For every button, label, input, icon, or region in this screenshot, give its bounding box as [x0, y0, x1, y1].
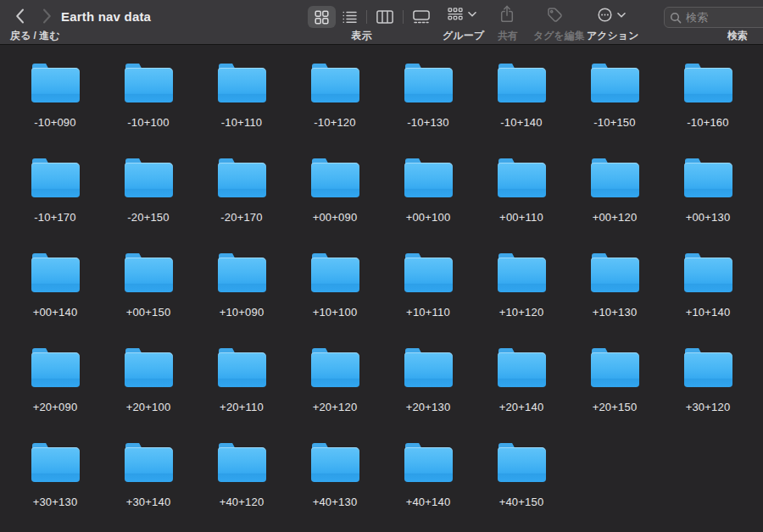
- folder-item[interactable]: +40+140: [382, 443, 475, 532]
- folder-item[interactable]: -10+140: [475, 64, 568, 158]
- folder-icon: [591, 348, 639, 387]
- folder-item[interactable]: -10+150: [568, 64, 661, 158]
- folder-item[interactable]: +20+100: [102, 348, 195, 443]
- folder-item[interactable]: +20+090: [8, 348, 102, 443]
- folder-item[interactable]: -10+160: [661, 64, 755, 158]
- folder-item[interactable]: +20+140: [475, 348, 568, 443]
- folder-icon: [684, 158, 732, 197]
- folder-body: [591, 68, 639, 103]
- folder-body: [404, 352, 453, 387]
- column-view-button[interactable]: [370, 6, 400, 28]
- folder-item[interactable]: -20+170: [195, 158, 288, 253]
- folder-body: [591, 352, 639, 387]
- folder-item[interactable]: +40+120: [195, 443, 288, 532]
- chevron-right-icon: [42, 8, 52, 24]
- folder-icon: [591, 158, 639, 197]
- finder-toolbar: 戻る / 進む Earth nav data: [0, 0, 763, 45]
- folder-item[interactable]: +10+110: [382, 253, 475, 348]
- folder-item[interactable]: +00+120: [568, 158, 661, 253]
- folder-item[interactable]: +20+110: [195, 348, 288, 443]
- folder-body: [31, 258, 80, 292]
- folder-label: -20+150: [127, 211, 169, 224]
- folder-body: [311, 447, 359, 482]
- folder-icon: [31, 253, 80, 292]
- folder-label: +10+110: [406, 306, 450, 319]
- folder-item[interactable]: +40+130: [288, 443, 382, 532]
- action-label: アクション: [587, 29, 634, 43]
- folder-body: [498, 258, 546, 292]
- folder-icon: [498, 253, 546, 292]
- folder-icon: [311, 348, 359, 387]
- folder-body: [125, 258, 173, 292]
- folder-icon: [218, 253, 266, 292]
- folder-body: [218, 447, 266, 482]
- folder-label: +00+150: [126, 306, 171, 319]
- folder-body: [218, 258, 266, 292]
- folder-item[interactable]: +20+130: [382, 348, 475, 443]
- folder-item[interactable]: -10+130: [382, 64, 475, 158]
- folder-icon: [404, 443, 453, 482]
- folder-icon: [498, 158, 546, 197]
- search-input[interactable]: [686, 11, 763, 24]
- folder-item[interactable]: +30+140: [102, 443, 195, 532]
- group-icon: [448, 8, 463, 20]
- action-button[interactable]: [598, 8, 626, 22]
- search-field[interactable]: [664, 7, 763, 28]
- folder-item[interactable]: +00+090: [288, 158, 382, 253]
- folder-label: +10+120: [499, 306, 544, 319]
- grid-view-icon: [315, 10, 329, 25]
- folder-item[interactable]: -10+120: [288, 64, 382, 158]
- folder-body: [684, 68, 732, 103]
- folder-item[interactable]: +20+150: [568, 348, 661, 443]
- folder-label: +40+150: [499, 496, 544, 508]
- icon-view-button[interactable]: [308, 6, 336, 28]
- folder-icon: [218, 158, 266, 197]
- view-divider: [403, 10, 404, 24]
- folder-item[interactable]: +10+090: [195, 253, 288, 348]
- folder-item[interactable]: +00+140: [8, 253, 102, 348]
- list-view-button[interactable]: [336, 6, 364, 28]
- folder-body: [684, 163, 732, 197]
- folder-item[interactable]: +30+130: [8, 443, 102, 532]
- folder-label: -10+140: [500, 116, 542, 129]
- folder-label: +10+090: [220, 306, 265, 319]
- folder-item[interactable]: +20+120: [288, 348, 382, 443]
- folder-item[interactable]: -20+150: [102, 158, 195, 253]
- folder-icon: [311, 253, 359, 292]
- folder-item[interactable]: +10+140: [661, 253, 755, 348]
- folder-item[interactable]: +10+100: [288, 253, 382, 348]
- folder-item[interactable]: +00+100: [382, 158, 475, 253]
- folder-icon: [404, 64, 453, 103]
- folder-item[interactable]: +00+110: [475, 158, 568, 253]
- folder-label: +30+120: [686, 401, 731, 413]
- share-button[interactable]: [500, 5, 514, 23]
- gallery-view-button[interactable]: [406, 6, 437, 28]
- folder-body: [125, 68, 173, 103]
- back-button[interactable]: [10, 8, 29, 25]
- folder-body: [404, 447, 453, 482]
- folder-item[interactable]: -10+090: [8, 64, 102, 158]
- folder-icon: [31, 348, 80, 387]
- folder-item[interactable]: +10+120: [475, 253, 568, 348]
- folder-item[interactable]: -10+110: [195, 64, 288, 158]
- folder-label: +10+100: [313, 306, 358, 319]
- folder-icon: [31, 158, 80, 197]
- folder-body: [311, 258, 359, 292]
- folder-label: +00+120: [593, 211, 638, 224]
- folder-item[interactable]: +00+150: [102, 253, 195, 348]
- folder-body: [404, 163, 453, 197]
- back-forward-label: 戻る / 進む: [10, 29, 60, 43]
- folder-item[interactable]: +30+120: [661, 348, 755, 443]
- column-view-icon: [376, 10, 393, 24]
- folder-item[interactable]: -10+170: [8, 158, 102, 253]
- forward-button[interactable]: [37, 8, 56, 25]
- folder-body: [684, 258, 732, 292]
- group-button[interactable]: [448, 8, 476, 20]
- folder-item[interactable]: +40+150: [475, 443, 568, 532]
- folder-icon: [684, 253, 732, 292]
- folder-item[interactable]: -10+100: [102, 64, 195, 158]
- folder-item[interactable]: +00+130: [661, 158, 755, 253]
- window-title: Earth nav data: [61, 9, 151, 24]
- edit-tags-button[interactable]: [547, 7, 563, 23]
- folder-item[interactable]: +10+130: [568, 253, 661, 348]
